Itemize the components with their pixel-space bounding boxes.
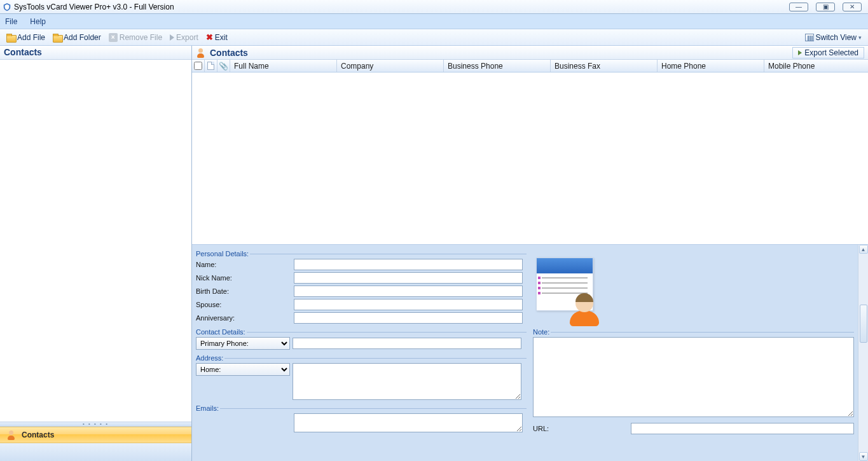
address-type-select[interactable]: Home:	[196, 363, 290, 376]
export-selected-button[interactable]: Export Selected	[792, 47, 864, 58]
grid-header: 📎 Full Name Company Business Phone Busin…	[192, 60, 868, 72]
titlebar: SysTools vCard Viewer Pro+ v3.0 - Full V…	[0, 0, 868, 14]
toolbar: Add File Add Folder × Remove File Export…	[0, 29, 868, 46]
emails-field[interactable]	[294, 413, 523, 432]
chevron-down-icon: ▾	[858, 34, 862, 41]
address-field[interactable]	[293, 363, 521, 400]
note-field[interactable]	[533, 337, 854, 417]
col-home-phone[interactable]: Home Phone	[658, 60, 764, 72]
folder-open-icon	[6, 34, 15, 41]
contacts-nav-label: Contacts	[22, 430, 54, 439]
grid-body[interactable]	[192, 72, 868, 244]
personal-details-legend: Personal Details:	[196, 250, 250, 258]
play-icon	[170, 34, 174, 41]
exit-button[interactable]: ✖ Exit	[202, 31, 231, 43]
anniversary-label: Anniversary:	[196, 314, 291, 322]
nickname-field[interactable]	[294, 272, 523, 284]
left-panel-footer	[0, 443, 191, 461]
col-doc[interactable]	[205, 60, 217, 72]
scroll-up-button[interactable]: ▲	[859, 245, 868, 254]
window-controls: — ▣ ✕	[789, 3, 865, 11]
col-company[interactable]: Company	[337, 60, 444, 72]
primary-phone-field[interactable]	[293, 338, 521, 349]
spouse-field[interactable]	[294, 299, 523, 310]
app-icon	[3, 3, 11, 11]
personal-details-group: Personal Details: Name: Nick Name: Birth…	[196, 250, 527, 326]
col-attachment[interactable]: 📎	[217, 60, 230, 72]
nickname-label: Nick Name:	[196, 274, 291, 282]
scroll-down-button[interactable]: ▼	[859, 452, 868, 461]
right-panel-header: Contacts Export Selected	[192, 46, 868, 60]
birthdate-label: Birth Date:	[196, 287, 291, 295]
export-label: Export	[176, 33, 198, 42]
select-all-checkbox[interactable]	[194, 62, 202, 70]
birthdate-field[interactable]	[294, 286, 523, 297]
panel-splitter[interactable]: • • • • •	[0, 422, 191, 427]
emails-group: Emails:	[196, 404, 527, 434]
name-label: Name:	[196, 261, 291, 268]
col-checkbox[interactable]	[192, 60, 205, 72]
left-panel-header: Contacts	[0, 46, 191, 60]
menu-file[interactable]: File	[5, 17, 17, 26]
contact-details-legend: Contact Details:	[196, 328, 247, 336]
scroll-thumb[interactable]	[860, 305, 867, 343]
x-icon: ✖	[206, 32, 213, 42]
switch-view-icon	[805, 34, 814, 41]
col-full-name[interactable]: Full Name	[230, 60, 337, 72]
export-selected-label: Export Selected	[804, 48, 858, 57]
exit-label: Exit	[215, 33, 228, 42]
remove-icon: ×	[109, 33, 118, 42]
contact-details-group: Contact Details: Primary Phone:	[196, 328, 527, 352]
col-mobile-phone[interactable]: Mobile Phone	[764, 60, 868, 72]
avatar-icon	[567, 292, 602, 326]
document-icon	[207, 62, 214, 70]
add-file-button[interactable]: Add File	[3, 32, 49, 43]
menu-help[interactable]: Help	[30, 17, 46, 26]
contacts-icon	[196, 48, 206, 58]
emails-legend: Emails:	[196, 404, 220, 412]
switch-view-button[interactable]: Switch View ▾	[801, 32, 865, 43]
remove-file-button[interactable]: × Remove File	[105, 32, 166, 43]
paperclip-icon: 📎	[219, 62, 228, 71]
main: Contacts • • • • • Contacts Contacts Exp…	[0, 46, 868, 461]
minimize-button[interactable]: —	[789, 3, 808, 11]
export-button[interactable]: Export	[166, 32, 202, 43]
folder-icon	[53, 34, 62, 41]
scroll-track[interactable]	[859, 254, 868, 452]
add-folder-label: Add Folder	[64, 33, 101, 42]
maximize-button[interactable]: ▣	[816, 3, 835, 11]
close-button[interactable]: ✕	[843, 3, 862, 11]
right-panel: Contacts Export Selected 📎 Full Name Com…	[192, 46, 868, 461]
contacts-nav-button[interactable]: Contacts	[0, 427, 191, 443]
add-folder-button[interactable]: Add Folder	[49, 32, 105, 43]
add-file-label: Add File	[17, 33, 45, 42]
spouse-label: Spouse:	[196, 301, 291, 308]
address-group: Address: Home:	[196, 354, 527, 402]
contacts-title: Contacts	[210, 48, 248, 58]
details-scrollbar[interactable]: ▲ ▼	[858, 245, 868, 461]
menubar: File Help	[0, 14, 868, 29]
address-legend: Address:	[196, 354, 224, 362]
person-icon	[6, 430, 17, 440]
window-title: SysTools vCard Viewer Pro+ v3.0 - Full V…	[14, 3, 174, 11]
col-business-fax[interactable]: Business Fax	[551, 60, 658, 72]
contact-avatar-card	[533, 247, 596, 321]
remove-file-label: Remove File	[120, 33, 162, 42]
url-label: URL:	[533, 425, 628, 432]
name-field[interactable]	[294, 259, 523, 270]
anniversary-field[interactable]	[294, 312, 523, 324]
url-field[interactable]	[631, 423, 854, 434]
switch-view-label: Switch View	[816, 33, 857, 42]
left-panel: Contacts • • • • • Contacts	[0, 46, 192, 461]
contacts-tree[interactable]	[0, 60, 191, 422]
col-business-phone[interactable]: Business Phone	[444, 60, 551, 72]
arrow-right-icon	[798, 50, 802, 55]
note-group: Note:	[533, 328, 854, 419]
details-pane: Personal Details: Name: Nick Name: Birth…	[192, 244, 868, 461]
note-legend: Note:	[533, 328, 551, 336]
primary-phone-select[interactable]: Primary Phone:	[196, 337, 290, 350]
